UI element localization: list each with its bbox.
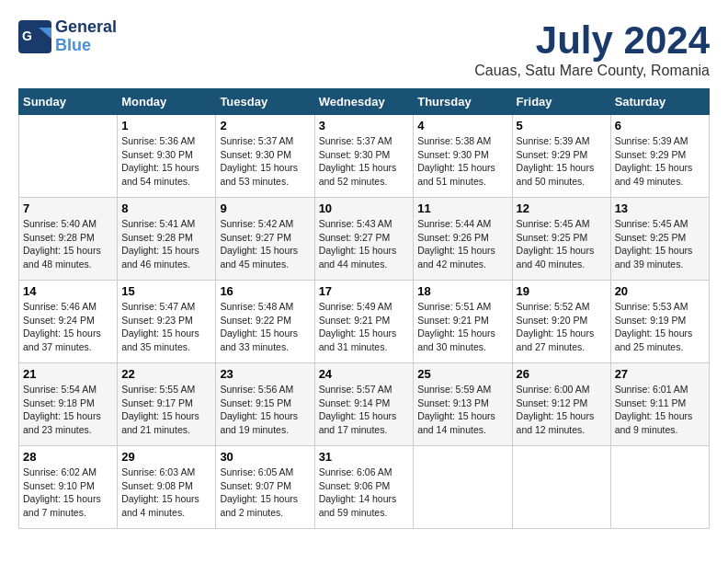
calendar-cell: 13Sunrise: 5:45 AM Sunset: 9:25 PM Dayli… bbox=[610, 198, 709, 281]
day-info: Sunrise: 5:48 AM Sunset: 9:22 PM Dayligh… bbox=[220, 300, 310, 354]
calendar-cell: 24Sunrise: 5:57 AM Sunset: 9:14 PM Dayli… bbox=[314, 363, 414, 446]
day-number: 8 bbox=[121, 201, 211, 215]
day-number: 3 bbox=[319, 119, 410, 132]
day-number: 27 bbox=[615, 367, 705, 381]
day-number: 12 bbox=[517, 201, 607, 215]
calendar-cell: 9Sunrise: 5:42 AM Sunset: 9:27 PM Daylig… bbox=[216, 198, 314, 281]
day-number: 18 bbox=[417, 284, 507, 298]
calendar-cell: 12Sunrise: 5:45 AM Sunset: 9:25 PM Dayli… bbox=[512, 198, 610, 281]
weekday-header: Thursday bbox=[414, 89, 512, 115]
calendar-week-row: 28Sunrise: 6:02 AM Sunset: 9:10 PM Dayli… bbox=[19, 446, 710, 529]
day-info: Sunrise: 5:59 AM Sunset: 9:13 PM Dayligh… bbox=[417, 383, 507, 437]
day-number: 23 bbox=[220, 367, 310, 381]
weekday-header-row: SundayMondayTuesdayWednesdayThursdayFrid… bbox=[19, 89, 710, 115]
day-info: Sunrise: 5:37 AM Sunset: 9:30 PM Dayligh… bbox=[220, 134, 310, 189]
logo: G General Blue bbox=[18, 18, 117, 55]
calendar-cell: 28Sunrise: 6:02 AM Sunset: 9:10 PM Dayli… bbox=[19, 446, 118, 529]
calendar-cell: 6Sunrise: 5:39 AM Sunset: 9:29 PM Daylig… bbox=[610, 115, 709, 198]
calendar-cell: 22Sunrise: 5:55 AM Sunset: 9:17 PM Dayli… bbox=[118, 363, 216, 446]
calendar-table: SundayMondayTuesdayWednesdayThursdayFrid… bbox=[18, 88, 710, 529]
day-number: 1 bbox=[121, 119, 211, 132]
day-number: 15 bbox=[121, 284, 211, 298]
day-number: 17 bbox=[319, 284, 410, 298]
title-area: July 2024 Cauas, Satu Mare County, Roman… bbox=[474, 18, 710, 79]
calendar-week-row: 1Sunrise: 5:36 AM Sunset: 9:30 PM Daylig… bbox=[19, 115, 710, 198]
calendar-cell: 16Sunrise: 5:48 AM Sunset: 9:22 PM Dayli… bbox=[216, 281, 314, 363]
logo-general: General bbox=[55, 17, 117, 36]
day-info: Sunrise: 5:53 AM Sunset: 9:19 PM Dayligh… bbox=[615, 300, 705, 354]
day-info: Sunrise: 5:41 AM Sunset: 9:28 PM Dayligh… bbox=[121, 217, 211, 271]
logo-icon: G bbox=[18, 20, 51, 53]
calendar-cell: 1Sunrise: 5:36 AM Sunset: 9:30 PM Daylig… bbox=[118, 115, 216, 198]
month-title: July 2024 bbox=[474, 18, 710, 63]
day-info: Sunrise: 6:03 AM Sunset: 9:08 PM Dayligh… bbox=[121, 465, 211, 520]
location-title: Cauas, Satu Mare County, Romania bbox=[474, 63, 710, 79]
day-number: 20 bbox=[615, 284, 705, 298]
calendar-cell: 5Sunrise: 5:39 AM Sunset: 9:29 PM Daylig… bbox=[512, 115, 610, 198]
day-number: 19 bbox=[517, 284, 607, 298]
day-info: Sunrise: 6:05 AM Sunset: 9:07 PM Dayligh… bbox=[220, 465, 310, 520]
day-number: 2 bbox=[220, 119, 310, 132]
day-number: 7 bbox=[23, 201, 113, 215]
day-info: Sunrise: 6:01 AM Sunset: 9:11 PM Dayligh… bbox=[615, 383, 705, 437]
calendar-cell: 18Sunrise: 5:51 AM Sunset: 9:21 PM Dayli… bbox=[414, 281, 512, 363]
day-number: 24 bbox=[319, 367, 410, 381]
calendar-cell: 11Sunrise: 5:44 AM Sunset: 9:26 PM Dayli… bbox=[414, 198, 512, 281]
day-number: 5 bbox=[517, 119, 607, 132]
day-info: Sunrise: 5:45 AM Sunset: 9:25 PM Dayligh… bbox=[615, 217, 705, 271]
weekday-header: Monday bbox=[118, 89, 216, 115]
day-number: 6 bbox=[615, 119, 705, 132]
day-info: Sunrise: 6:02 AM Sunset: 9:10 PM Dayligh… bbox=[23, 465, 113, 520]
day-number: 29 bbox=[121, 450, 211, 464]
day-info: Sunrise: 5:56 AM Sunset: 9:15 PM Dayligh… bbox=[220, 383, 310, 437]
calendar-cell: 8Sunrise: 5:41 AM Sunset: 9:28 PM Daylig… bbox=[118, 198, 216, 281]
day-info: Sunrise: 5:40 AM Sunset: 9:28 PM Dayligh… bbox=[23, 217, 113, 271]
calendar-cell: 31Sunrise: 6:06 AM Sunset: 9:06 PM Dayli… bbox=[314, 446, 414, 529]
day-number: 22 bbox=[121, 367, 211, 381]
calendar-cell: 27Sunrise: 6:01 AM Sunset: 9:11 PM Dayli… bbox=[610, 363, 709, 446]
day-number: 14 bbox=[23, 284, 113, 298]
weekday-header: Tuesday bbox=[216, 89, 314, 115]
day-info: Sunrise: 5:39 AM Sunset: 9:29 PM Dayligh… bbox=[517, 134, 607, 189]
day-info: Sunrise: 5:55 AM Sunset: 9:17 PM Dayligh… bbox=[121, 383, 211, 437]
day-info: Sunrise: 5:38 AM Sunset: 9:30 PM Dayligh… bbox=[417, 134, 507, 189]
calendar-week-row: 7Sunrise: 5:40 AM Sunset: 9:28 PM Daylig… bbox=[19, 198, 710, 281]
calendar-cell: 14Sunrise: 5:46 AM Sunset: 9:24 PM Dayli… bbox=[19, 281, 118, 363]
weekday-header: Friday bbox=[512, 89, 610, 115]
day-number: 26 bbox=[517, 367, 607, 381]
calendar-cell: 26Sunrise: 6:00 AM Sunset: 9:12 PM Dayli… bbox=[512, 363, 610, 446]
calendar-cell: 7Sunrise: 5:40 AM Sunset: 9:28 PM Daylig… bbox=[19, 198, 118, 281]
calendar-cell: 20Sunrise: 5:53 AM Sunset: 9:19 PM Dayli… bbox=[610, 281, 709, 363]
day-number: 4 bbox=[417, 119, 507, 132]
day-info: Sunrise: 5:43 AM Sunset: 9:27 PM Dayligh… bbox=[319, 217, 410, 271]
day-number: 28 bbox=[23, 450, 113, 464]
calendar-cell: 30Sunrise: 6:05 AM Sunset: 9:07 PM Dayli… bbox=[216, 446, 314, 529]
day-info: Sunrise: 5:39 AM Sunset: 9:29 PM Dayligh… bbox=[615, 134, 705, 189]
day-info: Sunrise: 5:46 AM Sunset: 9:24 PM Dayligh… bbox=[23, 300, 113, 354]
calendar-cell: 23Sunrise: 5:56 AM Sunset: 9:15 PM Dayli… bbox=[216, 363, 314, 446]
day-info: Sunrise: 5:52 AM Sunset: 9:20 PM Dayligh… bbox=[517, 300, 607, 354]
day-info: Sunrise: 5:36 AM Sunset: 9:30 PM Dayligh… bbox=[121, 134, 211, 189]
calendar-cell: 19Sunrise: 5:52 AM Sunset: 9:20 PM Dayli… bbox=[512, 281, 610, 363]
calendar-cell bbox=[512, 446, 610, 529]
calendar-cell: 25Sunrise: 5:59 AM Sunset: 9:13 PM Dayli… bbox=[414, 363, 512, 446]
calendar-cell: 3Sunrise: 5:37 AM Sunset: 9:30 PM Daylig… bbox=[314, 115, 414, 198]
day-info: Sunrise: 5:44 AM Sunset: 9:26 PM Dayligh… bbox=[417, 217, 507, 271]
weekday-header: Saturday bbox=[610, 89, 709, 115]
day-info: Sunrise: 6:00 AM Sunset: 9:12 PM Dayligh… bbox=[517, 383, 607, 437]
calendar-week-row: 14Sunrise: 5:46 AM Sunset: 9:24 PM Dayli… bbox=[19, 281, 710, 363]
weekday-header: Wednesday bbox=[314, 89, 414, 115]
day-number: 10 bbox=[319, 201, 410, 215]
calendar-cell: 21Sunrise: 5:54 AM Sunset: 9:18 PM Dayli… bbox=[19, 363, 118, 446]
day-number: 30 bbox=[220, 450, 310, 464]
day-number: 21 bbox=[23, 367, 113, 381]
day-info: Sunrise: 6:06 AM Sunset: 9:06 PM Dayligh… bbox=[319, 465, 410, 520]
calendar-cell: 4Sunrise: 5:38 AM Sunset: 9:30 PM Daylig… bbox=[414, 115, 512, 198]
day-info: Sunrise: 5:57 AM Sunset: 9:14 PM Dayligh… bbox=[319, 383, 410, 437]
day-number: 31 bbox=[319, 450, 410, 464]
day-info: Sunrise: 5:49 AM Sunset: 9:21 PM Dayligh… bbox=[319, 300, 410, 354]
day-number: 11 bbox=[417, 201, 507, 215]
svg-text:G: G bbox=[22, 29, 32, 43]
calendar-cell bbox=[19, 115, 118, 198]
calendar-week-row: 21Sunrise: 5:54 AM Sunset: 9:18 PM Dayli… bbox=[19, 363, 710, 446]
